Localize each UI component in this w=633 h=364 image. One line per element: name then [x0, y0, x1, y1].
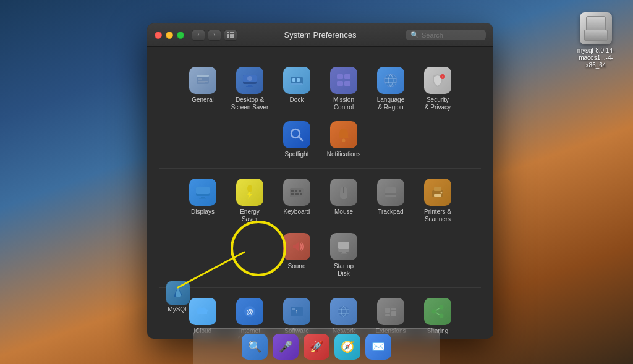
general-label: General	[192, 96, 214, 104]
maximize-button[interactable]	[177, 32, 184, 39]
svg-rect-37	[295, 193, 299, 195]
siri-icon: 🎤	[279, 340, 292, 353]
pref-displays[interactable]: Displays	[181, 175, 225, 227]
svg-rect-29	[199, 198, 206, 199]
svg-rect-54	[292, 308, 295, 310]
mission-label: MissionControl	[333, 96, 354, 111]
extensions-icon	[377, 298, 404, 325]
svg-rect-8	[246, 86, 253, 87]
svg-rect-33	[291, 190, 294, 192]
sound-icon	[283, 233, 310, 260]
section-hardware: Displays EnergySaver Keyboard	[159, 169, 481, 288]
desktop-label: Desktop &Screen Saver	[231, 96, 269, 111]
notifications-label: Notifications	[327, 151, 360, 158]
safari-icon: 🧭	[341, 340, 354, 353]
spotlight-label: Spotlight	[285, 151, 309, 158]
small-mysql-icon	[166, 281, 190, 305]
search-bar[interactable]: 🔍	[406, 30, 486, 40]
pref-security[interactable]: ! Security& Privacy	[415, 63, 460, 115]
displays-icon	[189, 179, 216, 206]
dock-mail[interactable]: ✉️	[365, 334, 391, 360]
pref-trackpad[interactable]: Trackpad	[368, 175, 413, 227]
svg-line-66	[436, 313, 440, 315]
preferences-content: General Desktop &Screen Saver Dock	[147, 47, 493, 339]
pref-mission[interactable]: MissionControl	[321, 63, 366, 115]
disk-image-icon	[580, 12, 612, 44]
grid-view-button[interactable]	[224, 30, 237, 41]
energy-label: EnergySaver	[240, 208, 260, 223]
notifications-icon	[330, 121, 357, 148]
security-icon: !	[424, 67, 451, 94]
close-button[interactable]	[155, 32, 162, 39]
svg-rect-60	[391, 308, 396, 310]
svg-rect-61	[391, 311, 396, 316]
svg-rect-2	[198, 78, 202, 80]
dock: 🔍 🎤 🚀 🧭 ✉️	[193, 328, 440, 364]
pref-general[interactable]: General	[181, 63, 225, 115]
small-mysql-pref-item[interactable]: MySQL	[159, 281, 197, 313]
svg-rect-47	[338, 242, 349, 249]
svg-rect-58	[385, 308, 390, 313]
desktop-icon-pref	[236, 67, 263, 94]
svg-rect-43	[434, 187, 441, 191]
mouse-label: Mouse	[334, 208, 353, 216]
finder-icon: 🔍	[248, 340, 261, 353]
svg-rect-17	[344, 81, 350, 86]
svg-point-30	[247, 185, 252, 192]
svg-text:↑: ↑	[295, 308, 299, 315]
svg-line-24	[299, 137, 302, 140]
internet-icon: @	[236, 298, 263, 325]
dock-finder[interactable]: 🔍	[242, 334, 268, 360]
desktop: mysql-8.0.14-macos1...-4-x86_64 ‹ › Syst…	[0, 0, 633, 364]
svg-rect-11	[291, 83, 303, 85]
startup-label: StartupDisk	[334, 263, 354, 277]
search-icon: 🔍	[410, 31, 419, 39]
pref-desktop[interactable]: Desktop &Screen Saver	[227, 63, 272, 115]
dock-safari[interactable]: 🧭	[334, 334, 360, 360]
pref-energy[interactable]: EnergySaver	[227, 175, 272, 227]
energy-icon	[236, 179, 263, 206]
dock-siri[interactable]: 🎤	[273, 334, 299, 360]
pref-language[interactable]: Language& Region	[368, 63, 413, 115]
desktop-disk-icon[interactable]: mysql-8.0.14-macos1...-4-x86_64	[571, 12, 621, 69]
dock-launchpad[interactable]: 🚀	[304, 334, 329, 360]
trackpad-label: Trackpad	[378, 208, 403, 216]
window-title: System Preferences	[284, 30, 356, 40]
svg-rect-49	[341, 253, 347, 254]
svg-rect-44	[434, 194, 441, 197]
svg-line-65	[436, 308, 440, 311]
svg-marker-31	[247, 192, 252, 199]
pref-keyboard[interactable]: Keyboard	[274, 175, 319, 227]
svg-rect-7	[248, 85, 252, 86]
svg-point-64	[440, 314, 444, 318]
keyboard-label: Keyboard	[284, 208, 310, 216]
mail-icon: ✉️	[372, 340, 385, 353]
back-button[interactable]: ‹	[192, 30, 205, 41]
pref-mouse[interactable]: Mouse	[321, 175, 366, 227]
displays-label: Displays	[191, 208, 215, 216]
pref-dock[interactable]: Dock	[274, 63, 319, 115]
pref-spotlight[interactable]: Spotlight	[274, 117, 319, 162]
dock-label: Dock	[290, 96, 304, 104]
dock-icon-pref	[283, 67, 310, 94]
svg-rect-59	[385, 314, 390, 316]
printers-label: Printers &Scanners	[424, 208, 451, 223]
svg-rect-40	[385, 187, 396, 197]
svg-rect-34	[295, 190, 297, 192]
nav-buttons: ‹ ›	[192, 30, 221, 41]
forward-button[interactable]: ›	[208, 30, 221, 41]
search-input[interactable]	[422, 32, 481, 39]
svg-point-9	[247, 76, 252, 81]
pref-startup[interactable]: StartupDisk	[321, 229, 366, 281]
pref-sound[interactable]: Sound	[274, 229, 319, 281]
pref-notifications[interactable]: Notifications	[321, 117, 366, 162]
svg-point-62	[440, 305, 444, 310]
mission-icon	[330, 67, 357, 94]
spotlight-icon	[283, 121, 310, 148]
softupdate-icon: ↑	[283, 298, 310, 325]
minimize-button[interactable]	[166, 32, 173, 39]
pref-printers[interactable]: Printers &Scanners	[415, 175, 460, 227]
section-personal: General Desktop &Screen Saver Dock	[159, 57, 481, 169]
keyboard-icon	[283, 179, 310, 206]
language-label: Language& Region	[377, 96, 405, 111]
